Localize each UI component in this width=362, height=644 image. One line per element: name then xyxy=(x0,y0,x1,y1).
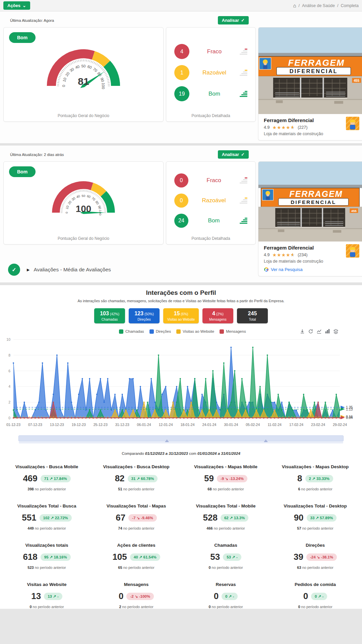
stat-card-direções: 123(50%)Direções xyxy=(129,308,160,323)
analyze-label: Analisar xyxy=(222,152,239,157)
business-name: Ferragem Diferencial xyxy=(264,117,343,123)
breadcrumb-separator: / xyxy=(337,3,338,8)
stat-card-visitas-ao-website: 15(6%)Visitas ao Website xyxy=(163,308,199,323)
storefront-photo: FERRAGEM DIFERENCIAL 455 xyxy=(258,162,362,241)
svg-text:DIFERENCIAL: DIFERENCIAL xyxy=(291,199,336,205)
gauge-caption: Pontuação Geral do Negócio xyxy=(4,236,163,241)
star-rating: ★★★★★★ xyxy=(272,125,295,130)
chevron-down-icon: ⌄ xyxy=(22,3,26,8)
download-icon[interactable] xyxy=(300,329,305,334)
metric-card: Visualizações - Busca Mobile46971 ↗ 17.8… xyxy=(2,464,92,491)
reviews-row-label: Avaliações - Média de Avaliações xyxy=(34,267,111,273)
section-subtitle: As interações são chamadas, mensagens, s… xyxy=(0,299,362,303)
review-count: (234) xyxy=(298,253,307,257)
business-logo-slot xyxy=(346,244,359,258)
actions-button[interactable]: Ações ⌄ xyxy=(3,1,30,10)
legend-item[interactable]: Mensagens xyxy=(220,329,246,334)
business-logo-slot xyxy=(346,117,359,130)
business-card: FERRAGEM DIFERENCIAL 455 Ferragem xyxy=(258,161,362,276)
view-on-search-label: Ver na Pesquisa xyxy=(271,267,303,272)
view-on-search-link[interactable]: Ver na Pesquisa xyxy=(264,267,343,272)
chart-toolbar xyxy=(300,329,339,334)
reviews-accordion-row[interactable]: ✓ ▶ Avaliações - Média de Avaliações xyxy=(8,260,253,280)
analyze-button[interactable]: Analisar ✓ xyxy=(218,150,249,159)
svg-text:40: 40 xyxy=(76,194,80,199)
metric-card: Visualizações Total - Busca551102 ↗ 22.7… xyxy=(2,503,92,530)
bar-chart-icon[interactable] xyxy=(325,329,330,334)
legend-item[interactable]: Visitas ao Website xyxy=(176,329,214,334)
svg-text:01-12-23: 01-12-23 xyxy=(6,423,20,427)
layers-icon[interactable] xyxy=(333,329,339,334)
svg-text:05-02-24: 05-02-24 xyxy=(246,423,260,427)
svg-text:18-01-24: 18-01-24 xyxy=(180,423,194,427)
check-circle-icon: ✓ xyxy=(8,264,20,276)
rating-value: 4.9 xyxy=(264,253,269,257)
interaction-stats-row: 103(42%)Chamadas123(50%)Direções15(6%)Vi… xyxy=(0,308,362,323)
signal-bars-icon xyxy=(239,198,247,204)
section-title: Interações com o Perfil xyxy=(0,289,362,297)
metric-card: Visualizações Total - Mobile52862 ↗ 13.3… xyxy=(181,503,270,530)
detailed-score-card: 0Fraco0Razoável24Bom Pontuação Detalhada xyxy=(166,161,256,245)
svg-text:455: 455 xyxy=(354,79,359,83)
stat-card-mensagens: 4(2%)Mensagens xyxy=(202,308,233,323)
svg-text:70: 70 xyxy=(92,67,98,73)
business-photo: FERRAGEM DIFERENCIAL 455 xyxy=(258,28,362,114)
svg-text:8: 8 xyxy=(8,353,10,357)
metric-card: Mensagens0-2 ↘ -100%2 no período anterio… xyxy=(92,582,181,609)
svg-text:25-12-23: 25-12-23 xyxy=(94,423,108,427)
svg-text:0: 0 xyxy=(62,85,66,87)
stat-card-chamadas: 103(42%)Chamadas xyxy=(94,308,125,323)
svg-text:30: 30 xyxy=(69,67,75,73)
last-update-text: Última Atualização: Agora xyxy=(10,18,54,22)
svg-text:13-12-23: 13-12-23 xyxy=(50,423,64,427)
expand-arrow-icon[interactable]: ▶ xyxy=(27,268,29,272)
svg-text:2: 2 xyxy=(8,400,10,404)
legend-item[interactable]: Direções xyxy=(149,329,171,334)
metric-card: Visualizações - Busca Desktop8231 ↗ 60.7… xyxy=(92,464,181,491)
comparison-caption: Comparando 01/12/2023 a 31/12/2023 com 0… xyxy=(0,451,362,455)
actions-label: Ações xyxy=(7,3,20,8)
score-detail-row: 1Razoável xyxy=(166,62,255,83)
google-icon xyxy=(264,267,269,272)
svg-text:31-12-23: 31-12-23 xyxy=(115,423,129,427)
svg-text:23-02-24: 23-02-24 xyxy=(311,423,325,427)
metric-card: Direções39-24 ↘ -38.1%63 no período ante… xyxy=(270,543,360,570)
score-value: 81 xyxy=(4,76,163,87)
legend-item[interactable]: Chamadas xyxy=(119,329,144,334)
metrics-grid: Visualizações - Busca Mobile46971 ↗ 17.8… xyxy=(0,464,362,609)
score-detail-row: 4Fraco xyxy=(166,41,255,62)
svg-text:10: 10 xyxy=(6,337,10,341)
svg-text:12-01-24: 12-01-24 xyxy=(159,423,173,427)
gauge-caption: Pontuação Geral do Negócio xyxy=(4,113,163,118)
svg-text:FERRAGEM: FERRAGEM xyxy=(288,58,345,68)
status-badge: Bom xyxy=(9,166,36,177)
breadcrumb-item[interactable]: Análise de Saúde xyxy=(302,3,335,8)
brush-handle[interactable] xyxy=(165,439,169,442)
metric-card: Visualizações totais61895 ↗ 18.16%523 no… xyxy=(2,543,92,570)
svg-text:29-02-24: 29-02-24 xyxy=(333,423,347,427)
star-rating: ★★★★★★ xyxy=(272,253,295,257)
brush-track xyxy=(19,442,343,443)
svg-text:60: 60 xyxy=(86,194,91,199)
svg-text:30-01-24: 30-01-24 xyxy=(224,423,238,427)
overall-score-card: Bom 0102030405060708090100 100 Pontuação… xyxy=(3,161,164,245)
svg-text:4: 4 xyxy=(8,384,10,388)
business-photo: FERRAGEM DIFERENCIAL 455 xyxy=(258,162,362,241)
last-update-text: Última Atualização: 2 dias atrás xyxy=(10,153,64,157)
analyze-button[interactable]: Analisar ✓ xyxy=(218,16,249,24)
score-value: 100 xyxy=(4,204,163,214)
business-category: Loja de materiais de construção xyxy=(264,131,343,136)
line-chart-icon[interactable] xyxy=(316,329,322,334)
overall-score-card: Bom 0102030405060708090100 81 Pontuação … xyxy=(3,27,164,122)
comparison-range-1: 01/12/2023 a 31/12/2023 xyxy=(145,451,188,455)
brush-handle[interactable] xyxy=(264,439,268,442)
metric-card: Visualizações Total - Desktop9033 ↗ 57.8… xyxy=(270,503,360,530)
section-divider xyxy=(0,143,362,146)
breadcrumb-separator: / xyxy=(299,3,300,8)
home-icon[interactable]: ⌂ xyxy=(293,3,296,8)
svg-text:1.13: 1.13 xyxy=(346,407,353,411)
chart-range-brush[interactable] xyxy=(18,435,344,441)
svg-text:DIFERENCIAL: DIFERENCIAL xyxy=(290,68,338,74)
svg-text:70: 70 xyxy=(91,196,96,202)
refresh-icon[interactable] xyxy=(308,329,313,334)
